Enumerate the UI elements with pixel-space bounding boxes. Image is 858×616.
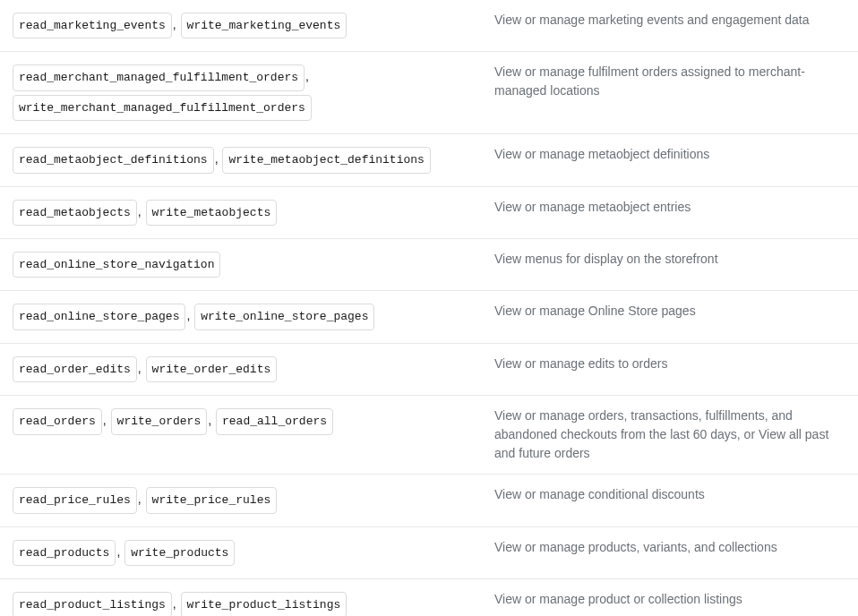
- scope-tag: read_product_listings: [13, 592, 172, 616]
- separator: ,: [173, 596, 176, 611]
- description-cell: View or manage products, variants, and c…: [482, 526, 858, 578]
- description-cell: View or manage fulfilment orders assigne…: [482, 52, 858, 134]
- description-cell: View menus for display on the storefront: [482, 238, 858, 290]
- description-cell: View or manage product or collection lis…: [482, 578, 858, 616]
- scopes-cell: read_metaobjects, write_metaobjects: [0, 186, 482, 238]
- scope-tag: read_metaobject_definitions: [13, 147, 214, 173]
- scope-tag: read_online_store_pages: [13, 304, 185, 329]
- scope-tag: write_marketing_events: [181, 13, 347, 38]
- table-row: read_products, write_productsView or man…: [0, 526, 858, 578]
- table-row: read_online_store_navigationView menus f…: [0, 238, 858, 290]
- scopes-cell: read_orders, write_orders, read_all_orde…: [0, 396, 482, 475]
- scope-tag: read_order_edits: [13, 356, 137, 382]
- separator: ,: [173, 17, 176, 31]
- table-row: read_price_rules, write_price_rulesView …: [0, 475, 858, 526]
- scope-tag: write_merchant_managed_fulfillment_order…: [13, 95, 312, 121]
- scope-tag: write_products: [124, 540, 235, 566]
- scope-tag: read_all_orders: [216, 408, 333, 434]
- description-cell: View or manage conditional discounts: [482, 475, 858, 526]
- scopes-cell: read_marketing_events, write_marketing_e…: [0, 0, 482, 52]
- scopes-cell: read_metaobject_definitions, write_metao…: [0, 134, 482, 186]
- table-row: read_order_edits, write_order_editsView …: [0, 343, 858, 395]
- description-cell: View or manage Online Store pages: [482, 291, 858, 343]
- table-row: read_metaobject_definitions, write_metao…: [0, 134, 858, 186]
- scope-tag: read_orders: [13, 408, 102, 434]
- separator: ,: [138, 361, 142, 375]
- scope-tag: write_metaobject_definitions: [222, 147, 430, 173]
- separator: ,: [138, 492, 142, 506]
- separator: ,: [208, 413, 211, 427]
- scope-tag: read_marketing_events: [13, 13, 172, 38]
- separator: ,: [215, 151, 219, 166]
- scope-tag: read_merchant_managed_fulfillment_orders: [13, 64, 305, 90]
- scope-tag: write_product_listings: [181, 592, 347, 616]
- scopes-table-body: read_marketing_events, write_marketing_e…: [0, 0, 858, 616]
- scope-tag: write_price_rules: [146, 487, 278, 513]
- table-row: read_product_listings, write_product_lis…: [0, 578, 858, 616]
- scopes-cell: read_online_store_pages, write_online_st…: [0, 291, 482, 343]
- scope-tag: write_online_store_pages: [194, 304, 374, 329]
- scope-tag: write_metaobjects: [146, 200, 278, 226]
- description-cell: View or manage edits to orders: [482, 343, 858, 395]
- scope-tag: write_orders: [111, 408, 208, 434]
- separator: ,: [186, 308, 190, 322]
- table-row: read_metaobjects, write_metaobjectsView …: [0, 186, 858, 238]
- description-cell: View or manage marketing events and enga…: [482, 0, 858, 52]
- description-cell: View or manage orders, transactions, ful…: [482, 396, 858, 475]
- scopes-cell: read_order_edits, write_order_edits: [0, 343, 482, 395]
- separator: ,: [138, 204, 142, 218]
- scopes-cell: read_product_listings, write_product_lis…: [0, 578, 482, 616]
- scope-tag: write_order_edits: [146, 356, 278, 382]
- scope-tag: read_metaobjects: [13, 200, 137, 226]
- separator: ,: [305, 69, 309, 83]
- separator: ,: [116, 544, 120, 559]
- scopes-cell: read_price_rules, write_price_rules: [0, 475, 482, 526]
- scopes-cell: read_merchant_managed_fulfillment_orders…: [0, 52, 482, 134]
- scope-tag: read_products: [13, 540, 116, 566]
- scopes-cell: read_online_store_navigation: [0, 238, 482, 290]
- table-row: read_online_store_pages, write_online_st…: [0, 291, 858, 343]
- scope-tag: read_online_store_navigation: [13, 252, 220, 278]
- table-row: read_marketing_events, write_marketing_e…: [0, 0, 858, 52]
- description-cell: View or manage metaobject entries: [482, 186, 858, 238]
- scope-tag: read_price_rules: [13, 487, 137, 513]
- table-row: read_merchant_managed_fulfillment_orders…: [0, 52, 858, 134]
- scopes-table: read_marketing_events, write_marketing_e…: [0, 0, 858, 616]
- scopes-cell: read_products, write_products: [0, 526, 482, 578]
- separator: ,: [103, 413, 107, 427]
- table-row: read_orders, write_orders, read_all_orde…: [0, 396, 858, 475]
- description-cell: View or manage metaobject definitions: [482, 134, 858, 186]
